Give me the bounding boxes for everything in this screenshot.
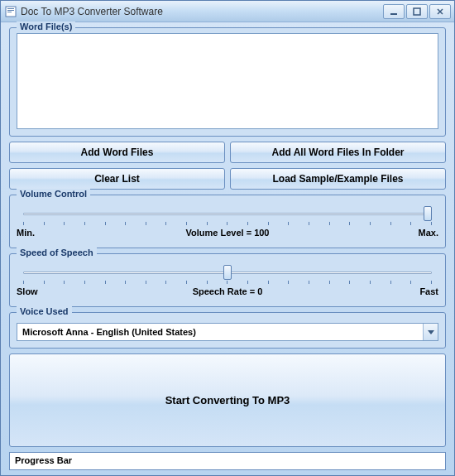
- close-button[interactable]: [429, 4, 451, 19]
- word-files-legend: Word File(s): [17, 22, 75, 31]
- add-folder-button[interactable]: Add All Word Files In Folder: [230, 142, 446, 163]
- svg-rect-3: [7, 12, 12, 12]
- voice-used-group: Voice Used Microsoft Anna - English (Uni…: [9, 312, 446, 349]
- speed-control-group: Speed of Speech Slow Speech Rate = 0 Fas…: [9, 253, 446, 307]
- progress-bar: Progress Bar: [9, 452, 446, 470]
- clear-list-button[interactable]: Clear List: [9, 168, 225, 190]
- button-row-1: Add Word Files Add All Word Files In Fol…: [9, 142, 446, 163]
- word-files-group: Word File(s): [9, 27, 446, 137]
- maximize-button[interactable]: [406, 4, 428, 19]
- volume-slider[interactable]: [23, 205, 432, 222]
- volume-control-group: Volume Control Min. Volume Level = 100 M…: [9, 195, 446, 248]
- speed-thumb: [223, 265, 232, 280]
- voice-dropdown[interactable]: Microsoft Anna - English (United States): [17, 323, 438, 341]
- load-sample-button[interactable]: Load Sample/Example Files: [230, 168, 446, 190]
- volume-level-label: Volume Level = 100: [186, 228, 270, 238]
- titlebar: Doc To MP3 Converter Software: [1, 1, 454, 22]
- speed-min-label: Slow: [17, 286, 38, 296]
- volume-ticks: [23, 222, 432, 226]
- volume-min-label: Min.: [17, 228, 35, 238]
- volume-thumb: [424, 206, 432, 221]
- chevron-down-icon: [423, 324, 438, 340]
- start-converting-button[interactable]: Start Converting To MP3: [9, 353, 446, 447]
- svg-rect-1: [7, 8, 14, 9]
- file-list[interactable]: [17, 33, 438, 129]
- voice-legend: Voice Used: [17, 306, 72, 316]
- add-word-files-button[interactable]: Add Word Files: [9, 142, 225, 163]
- speed-ticks: [23, 281, 432, 285]
- minimize-button[interactable]: [383, 4, 405, 19]
- window-title: Doc To MP3 Converter Software: [21, 6, 381, 17]
- speed-legend: Speed of Speech: [17, 248, 97, 257]
- speed-max-label: Fast: [419, 286, 438, 296]
- button-row-2: Clear List Load Sample/Example Files: [9, 168, 446, 190]
- voice-selected-label: Microsoft Anna - English (United States): [22, 327, 196, 337]
- svg-rect-2: [7, 10, 14, 11]
- content-area: Word File(s) Add Word Files Add All Word…: [1, 22, 454, 475]
- svg-marker-8: [428, 330, 434, 334]
- progress-label: Progress Bar: [15, 455, 72, 465]
- volume-max-label: Max.: [419, 228, 438, 238]
- app-icon: [4, 5, 17, 18]
- speed-rate-label: Speech Rate = 0: [193, 286, 263, 296]
- svg-rect-5: [414, 8, 420, 15]
- app-window: Doc To MP3 Converter Software Word File(…: [0, 0, 455, 476]
- speed-slider[interactable]: [23, 264, 432, 281]
- svg-rect-4: [390, 13, 397, 15]
- volume-legend: Volume Control: [17, 189, 90, 199]
